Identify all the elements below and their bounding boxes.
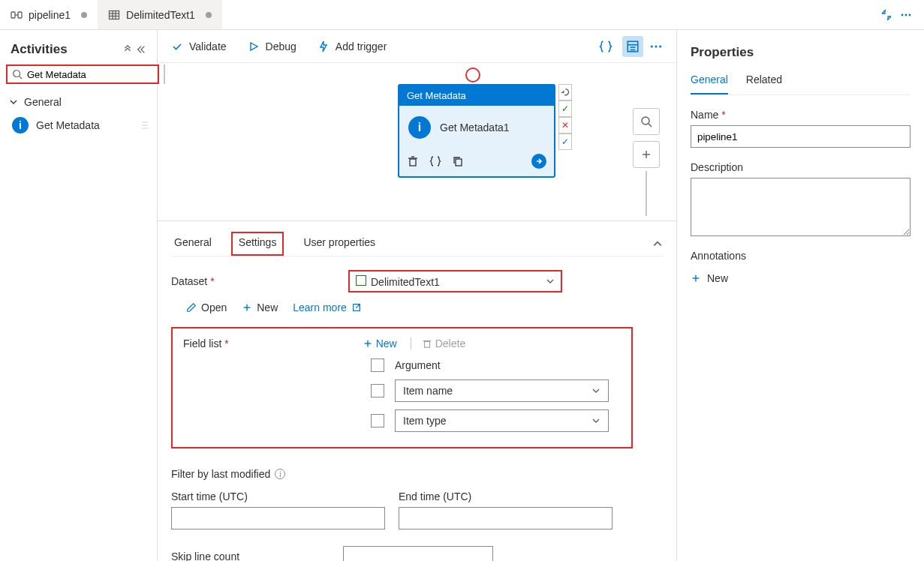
new-label: New	[257, 302, 278, 314]
plus-icon	[640, 148, 652, 160]
argument-checkbox[interactable]	[371, 384, 384, 398]
activities-search-input[interactable]	[27, 69, 153, 80]
field-list-label: Field list	[183, 338, 229, 350]
add-trigger-label: Add trigger	[336, 40, 387, 52]
node-fail-icon[interactable]: ✕	[558, 117, 572, 134]
node-undo-icon[interactable]	[558, 84, 572, 100]
pane-tab-settings[interactable]: Settings	[231, 232, 284, 256]
new-field-label: New	[376, 338, 397, 350]
argument-header: Argument	[395, 359, 441, 371]
validate-label: Validate	[189, 40, 227, 52]
annotations-label: Annotations	[691, 250, 910, 262]
skip-line-input[interactable]	[343, 546, 493, 561]
canvas-zoom-in-button[interactable]	[633, 141, 660, 168]
svg-point-25	[642, 117, 649, 124]
info-icon: i	[12, 117, 29, 134]
node-output-handle[interactable]	[531, 154, 546, 169]
pipeline-icon	[11, 9, 23, 21]
validate-button[interactable]: Validate	[171, 40, 227, 52]
open-dataset-button[interactable]: Open	[186, 302, 227, 314]
activities-panel: Activities General i Get Metadata	[0, 30, 158, 561]
debug-label: Debug	[266, 40, 296, 52]
open-label: Open	[201, 302, 227, 314]
properties-panel: Properties General Related Name Descript…	[676, 30, 924, 561]
plus-icon	[242, 302, 252, 313]
pane-collapse-button[interactable]	[652, 238, 663, 249]
end-time-label: End time (UTC)	[399, 490, 612, 502]
argument-value: Item type	[403, 415, 447, 427]
delete-field-label: Delete	[435, 338, 465, 350]
chevron-down-icon	[591, 416, 600, 425]
arrow-right-icon	[534, 157, 543, 166]
activity-settings-pane: General Settings User properties Dataset…	[158, 220, 676, 561]
delete-icon[interactable]	[407, 155, 419, 167]
field-list-box: Field list New Delete Argument	[171, 327, 633, 448]
svg-point-20	[659, 45, 661, 47]
dataset-select[interactable]: DelimitedText1	[348, 270, 562, 292]
info-icon[interactable]: i	[275, 469, 285, 479]
pipeline-description-input[interactable]	[691, 178, 910, 236]
learn-more-link[interactable]: Learn more	[293, 302, 362, 314]
collapse-diagonal-icon[interactable]	[880, 9, 892, 21]
chevron-down-icon	[591, 386, 600, 395]
expand-all-icon[interactable]	[122, 44, 133, 55]
name-label: Name	[691, 109, 910, 121]
editor-tab-strip: pipeline1 DelimitedText1	[0, 0, 924, 30]
braces-icon[interactable]	[429, 155, 441, 167]
code-view-button[interactable]	[595, 36, 616, 57]
activity-node-get-metadata[interactable]: Get Metadata i Get Metadata1	[398, 84, 555, 178]
end-time-input[interactable]	[399, 507, 612, 530]
props-tab-general[interactable]: General	[691, 74, 728, 94]
argument-checkbox[interactable]	[371, 414, 384, 428]
start-time-input[interactable]	[171, 507, 385, 530]
pane-tab-general[interactable]: General	[171, 232, 215, 256]
node-success-icon[interactable]: ✓	[558, 100, 572, 117]
pane-tab-user-properties[interactable]: User properties	[300, 232, 378, 256]
description-label: Description	[691, 161, 910, 173]
activity-get-metadata[interactable]: i Get Metadata	[9, 112, 151, 138]
search-icon	[640, 116, 652, 128]
argument-value: Item name	[403, 385, 453, 397]
tab-delimitedtext1[interactable]: DelimitedText1	[98, 0, 222, 29]
svg-rect-24	[456, 159, 462, 166]
properties-icon	[626, 40, 640, 53]
node-status-column: ✓ ✕ ✓	[558, 84, 572, 178]
svg-line-26	[649, 124, 652, 127]
argument-row: Item name	[371, 380, 621, 402]
canvas-search-button[interactable]	[633, 108, 660, 135]
chevron-down-icon	[9, 98, 18, 106]
argument-row: Item type	[371, 410, 621, 432]
svg-line-12	[20, 76, 23, 80]
add-trigger-button[interactable]: Add trigger	[318, 40, 387, 52]
drag-grip-icon[interactable]	[142, 122, 148, 129]
props-tab-related[interactable]: Related	[746, 74, 782, 94]
pipeline-name-input[interactable]	[691, 125, 910, 148]
properties-view-button[interactable]	[622, 36, 643, 57]
node-completion-icon[interactable]: ✓	[558, 134, 572, 150]
more-icon[interactable]	[900, 9, 912, 21]
argument-select-all-checkbox[interactable]	[371, 358, 384, 372]
activity-label: Get Metadata	[36, 119, 100, 131]
zoom-track	[646, 171, 647, 216]
svg-rect-34	[424, 341, 429, 347]
tab-pipeline1[interactable]: pipeline1	[0, 0, 98, 29]
annotations-new-button[interactable]: New	[691, 272, 910, 284]
debug-button[interactable]: Debug	[248, 40, 296, 52]
activities-group-general[interactable]: General	[6, 92, 151, 112]
chevron-down-icon	[546, 277, 555, 286]
argument-select[interactable]: Item type	[395, 410, 609, 432]
pencil-icon	[186, 302, 197, 313]
more-icon[interactable]	[649, 40, 663, 53]
search-icon	[12, 69, 23, 80]
activities-search-box[interactable]	[6, 64, 159, 84]
field-list-delete-button[interactable]: Delete	[411, 338, 465, 350]
dataset-icon	[108, 9, 120, 21]
pipeline-canvas[interactable]: Get Metadata i Get Metadata1	[158, 63, 676, 220]
svg-point-19	[655, 45, 657, 47]
group-label: General	[24, 96, 62, 108]
copy-icon[interactable]	[452, 155, 464, 167]
argument-select[interactable]: Item name	[395, 380, 609, 402]
new-dataset-button[interactable]: New	[242, 302, 278, 314]
field-list-new-button[interactable]: New	[363, 338, 397, 350]
collapse-panel-icon[interactable]	[136, 44, 146, 55]
